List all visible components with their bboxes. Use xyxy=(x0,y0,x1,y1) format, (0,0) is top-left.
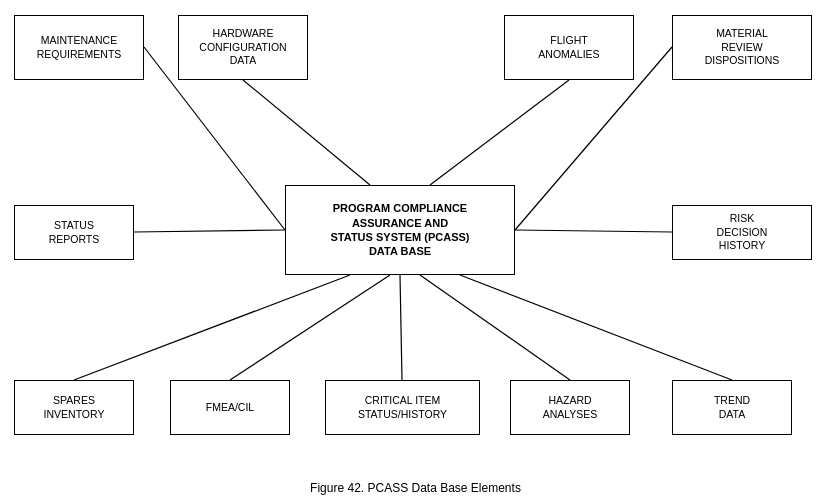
critical-label: CRITICAL ITEM STATUS/HISTORY xyxy=(358,394,447,421)
material-box: MATERIAL REVIEW DISPOSITIONS xyxy=(672,15,812,80)
svg-line-10 xyxy=(460,275,732,380)
svg-line-1 xyxy=(243,80,370,185)
spares-box: SPARES INVENTORY xyxy=(14,380,134,435)
hardware-box: HARDWARE CONFIGURATION DATA xyxy=(178,15,308,80)
svg-line-5 xyxy=(515,230,672,232)
material-label: MATERIAL REVIEW DISPOSITIONS xyxy=(705,27,780,68)
svg-line-7 xyxy=(230,275,390,380)
trend-label: TREND DATA xyxy=(714,394,750,421)
risk-box: RISK DECISION HISTORY xyxy=(672,205,812,260)
trend-box: TREND DATA xyxy=(672,380,792,435)
hazard-label: HAZARD ANALYSES xyxy=(543,394,598,421)
maintenance-box: MAINTENANCE REQUIREMENTS xyxy=(14,15,144,80)
svg-line-8 xyxy=(400,275,402,380)
svg-line-4 xyxy=(134,230,285,232)
figure-caption: Figure 42. PCASS Data Base Elements xyxy=(0,474,831,502)
spares-label: SPARES INVENTORY xyxy=(44,394,105,421)
fmea-label: FMEA/CIL xyxy=(206,401,254,415)
fmea-box: FMEA/CIL xyxy=(170,380,290,435)
diagram-container: MAINTENANCE REQUIREMENTS HARDWARE CONFIG… xyxy=(0,0,831,470)
hardware-label: HARDWARE CONFIGURATION DATA xyxy=(199,27,286,68)
svg-line-9 xyxy=(420,275,570,380)
status-label: STATUS REPORTS xyxy=(49,219,100,246)
risk-label: RISK DECISION HISTORY xyxy=(717,212,768,253)
status-box: STATUS REPORTS xyxy=(14,205,134,260)
flight-box: FLIGHT ANOMALIES xyxy=(504,15,634,80)
svg-line-6 xyxy=(74,275,350,380)
center-label: PROGRAM COMPLIANCE ASSURANCE AND STATUS … xyxy=(331,201,470,258)
flight-label: FLIGHT ANOMALIES xyxy=(538,34,599,61)
svg-line-2 xyxy=(430,80,569,185)
center-box: PROGRAM COMPLIANCE ASSURANCE AND STATUS … xyxy=(285,185,515,275)
hazard-box: HAZARD ANALYSES xyxy=(510,380,630,435)
critical-box: CRITICAL ITEM STATUS/HISTORY xyxy=(325,380,480,435)
maintenance-label: MAINTENANCE REQUIREMENTS xyxy=(37,34,122,61)
